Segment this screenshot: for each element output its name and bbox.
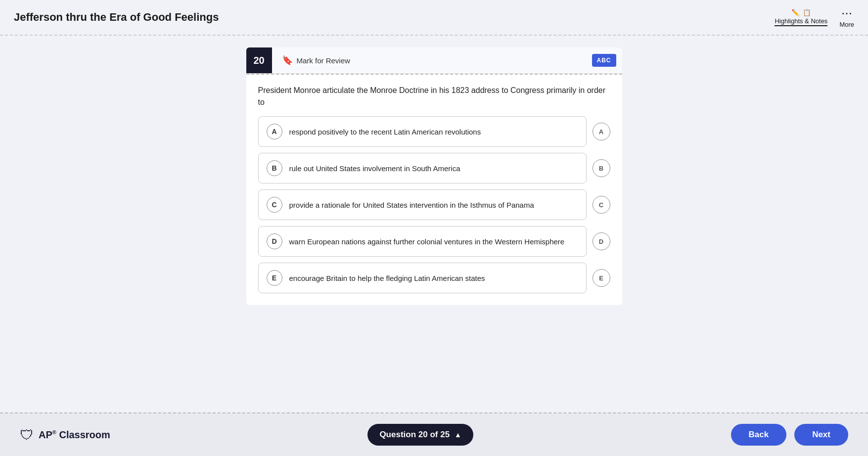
notes-icon: 📋	[803, 9, 811, 16]
choice-letter-c: C	[267, 197, 282, 213]
choice-text-c: provide a rationale for United States in…	[289, 200, 534, 210]
choice-text-d: warn European nations against further co…	[289, 236, 565, 247]
footer-nav-buttons: Back Next	[731, 424, 849, 446]
main-content: 20 🔖 Mark for Review ABC President Monro…	[0, 36, 868, 412]
choice-row-b: B rule out United States involvement in …	[258, 153, 610, 183]
choice-option-b[interactable]: B rule out United States involvement in …	[258, 153, 587, 183]
next-button[interactable]: Next	[794, 424, 848, 446]
ap-classroom-logo: 🛡 AP® Classroom	[20, 427, 110, 443]
highlights-notes-icons: ✏️ 📋	[791, 9, 811, 16]
choice-option-c[interactable]: C provide a rationale for United States …	[258, 189, 587, 220]
choice-text-a: respond positively to the recent Latin A…	[289, 127, 481, 137]
choice-option-a[interactable]: A respond positively to the recent Latin…	[258, 116, 587, 147]
app-footer: 🛡 AP® Classroom Question 20 of 25 ▲ Back…	[0, 412, 868, 456]
choice-text-b: rule out United States involvement in So…	[289, 163, 460, 174]
chevron-up-icon: ▲	[455, 431, 461, 439]
choice-letter-e: E	[267, 270, 282, 286]
mark-review-label: Mark for Review	[297, 56, 350, 65]
choice-side-btn-d[interactable]: D	[593, 232, 610, 250]
shield-icon: 🛡	[20, 427, 34, 443]
more-label: More	[839, 21, 854, 28]
header-actions: ✏️ 📋 Highlights & Notes ⋯ More	[775, 7, 854, 28]
question-text: President Monroe articulate the Monroe D…	[246, 75, 622, 116]
choice-option-e[interactable]: E encourage Britain to help the fledging…	[258, 263, 587, 293]
bookmark-icon: 🔖	[282, 55, 293, 66]
question-container: 20 🔖 Mark for Review ABC President Monro…	[246, 47, 622, 305]
page-title: Jefferson thru the Era of Good Feelings	[14, 11, 219, 24]
abc-badge: ABC	[592, 54, 616, 67]
choice-letter-a: A	[267, 124, 282, 139]
choice-row-e: E encourage Britain to help the fledging…	[258, 263, 610, 293]
choice-row-c: C provide a rationale for United States …	[258, 189, 610, 220]
pencil-icon: ✏️	[791, 9, 800, 16]
more-dots-icon: ⋯	[841, 7, 853, 20]
ap-classroom-label: AP® Classroom	[39, 429, 110, 441]
highlights-notes-label: Highlights & Notes	[775, 17, 827, 26]
app-header: Jefferson thru the Era of Good Feelings …	[0, 0, 868, 36]
back-button[interactable]: Back	[731, 424, 787, 446]
choice-option-d[interactable]: D warn European nations against further …	[258, 226, 587, 257]
choice-row-d: D warn European nations against further …	[258, 226, 610, 257]
choice-side-btn-e[interactable]: E	[593, 269, 610, 287]
choices-container: A respond positively to the recent Latin…	[246, 116, 622, 305]
classroom-label: Classroom	[59, 429, 110, 440]
question-counter-label: Question 20 of 25	[379, 430, 450, 440]
choice-letter-d: D	[267, 233, 282, 249]
ap-label: AP	[39, 429, 52, 440]
question-number-badge: 20	[246, 47, 272, 73]
choice-text-e: encourage Britain to help the fledging L…	[289, 273, 485, 283]
choice-letter-b: B	[267, 160, 282, 176]
more-button[interactable]: ⋯ More	[839, 7, 854, 28]
ap-sup: ®	[52, 429, 56, 435]
choice-side-btn-c[interactable]: C	[593, 196, 610, 214]
mark-for-review-button[interactable]: 🔖 Mark for Review	[272, 47, 592, 73]
highlights-notes-button[interactable]: ✏️ 📋 Highlights & Notes	[775, 9, 827, 26]
choice-side-btn-b[interactable]: B	[593, 159, 610, 177]
choice-row-a: A respond positively to the recent Latin…	[258, 116, 610, 147]
question-header-bar: 20 🔖 Mark for Review ABC	[246, 47, 622, 74]
choice-side-btn-a[interactable]: A	[593, 123, 610, 140]
question-counter-button[interactable]: Question 20 of 25 ▲	[367, 424, 473, 446]
